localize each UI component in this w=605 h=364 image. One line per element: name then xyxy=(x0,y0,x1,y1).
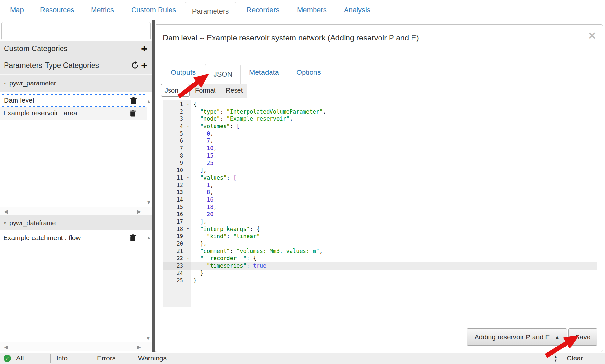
editor-line[interactable]: 12 1, xyxy=(163,182,597,189)
fold-arrow-icon[interactable]: ▾ xyxy=(187,123,189,130)
nav-tab-map[interactable]: Map xyxy=(10,0,24,20)
tab-options[interactable]: Options xyxy=(296,68,321,77)
gutter-cell[interactable]: 15 xyxy=(163,204,191,211)
editor-line[interactable]: 22▾ "__recorder__": { xyxy=(163,255,597,262)
delete-icon[interactable] xyxy=(130,97,137,105)
editor-line[interactable]: 9 25 xyxy=(163,160,597,167)
filter-all[interactable]: All xyxy=(16,354,24,362)
tab-outputs[interactable]: Outputs xyxy=(171,68,196,77)
gutter-cell[interactable]: 5 xyxy=(163,130,191,138)
nav-tab-metrics[interactable]: Metrics xyxy=(91,0,114,20)
editor-line[interactable]: 11▾ "values": [ xyxy=(163,174,597,182)
close-icon[interactable]: ✕ xyxy=(588,31,596,41)
gutter-cell[interactable]: 12 xyxy=(163,182,191,189)
filter-info[interactable]: Info xyxy=(56,354,68,362)
editor-line[interactable]: 16 20 xyxy=(163,211,597,218)
delete-icon[interactable] xyxy=(129,110,136,117)
editor-line[interactable]: 1▾{ xyxy=(163,101,597,108)
scroll-up-icon[interactable]: ▲ xyxy=(146,99,151,104)
json-code-editor[interactable]: 1▾{2 "type": "InterpolatedVolumeParamete… xyxy=(163,100,597,307)
collapse-icon[interactable]: ▾ xyxy=(4,221,6,226)
scroll-left-icon[interactable]: ◀ xyxy=(4,345,8,350)
editor-line[interactable]: 2 "type": "InterpolatedVolumeParameter", xyxy=(163,108,597,116)
search-input[interactable] xyxy=(1,22,151,40)
nav-tab-members[interactable]: Members xyxy=(297,0,327,20)
scroll-right-icon[interactable]: ▶ xyxy=(137,345,141,350)
editor-line[interactable]: 15 18, xyxy=(163,204,597,211)
gutter-cell[interactable]: 21 xyxy=(163,248,191,255)
scroll-right-icon[interactable]: ▶ xyxy=(137,209,141,214)
gutter-cell[interactable]: 8 xyxy=(163,152,191,160)
add-parameter-type-icon[interactable]: + xyxy=(141,60,148,71)
filter-warnings[interactable]: Warnings xyxy=(138,354,167,362)
gutter-cell[interactable]: 10 xyxy=(163,167,191,174)
scroll-down-icon[interactable]: ▼ xyxy=(146,336,151,341)
editor-line[interactable]: 10 ], xyxy=(163,167,597,174)
reset-button[interactable]: Reset xyxy=(226,87,243,94)
editor-line[interactable]: 5 0, xyxy=(163,130,597,138)
gutter-cell[interactable]: 25 xyxy=(163,277,191,284)
editor-line[interactable]: 13 8, xyxy=(163,189,597,196)
editor-line[interactable]: 4▾ "volumes": [ xyxy=(163,123,597,130)
add-custom-category-icon[interactable]: + xyxy=(141,43,148,54)
pywr-parameter-group[interactable]: ▾ pywr_parameter xyxy=(0,75,152,91)
save-button[interactable]: Save xyxy=(568,328,597,346)
nav-tab-parameters-active[interactable]: Parameters xyxy=(185,2,236,20)
gutter-cell[interactable]: 18▾ xyxy=(163,226,191,233)
gutter-cell[interactable]: 23 xyxy=(163,262,191,270)
scroll-left-icon[interactable]: ◀ xyxy=(4,209,8,214)
delete-icon[interactable] xyxy=(129,234,136,242)
fold-arrow-icon[interactable]: ▾ xyxy=(187,255,189,262)
horizontal-scrollbar[interactable]: ◀ ▶ xyxy=(0,207,152,215)
nav-tab-resources[interactable]: Resources xyxy=(40,0,74,20)
collapse-icon[interactable]: ▾ xyxy=(4,81,6,85)
editor-line[interactable]: 25} xyxy=(163,277,597,284)
list-item-dam-level-selected[interactable]: Dam level xyxy=(1,94,146,107)
gutter-cell[interactable]: 6 xyxy=(163,137,191,145)
gutter-cell[interactable]: 7 xyxy=(163,145,191,152)
gutter-cell[interactable]: 1▾ xyxy=(163,101,191,108)
gutter-cell[interactable]: 9 xyxy=(163,160,191,167)
gutter-cell[interactable]: 3 xyxy=(163,115,191,123)
gutter-cell[interactable]: 19 xyxy=(163,233,191,240)
list-item-example-reservoir-area[interactable]: Example reservoir : area xyxy=(0,107,147,120)
horizontal-scrollbar[interactable]: ◀ ▶ xyxy=(0,342,152,351)
editor-line[interactable]: 6 7, xyxy=(163,137,597,145)
gutter-cell[interactable]: 2 xyxy=(163,108,191,116)
format-button[interactable]: Format xyxy=(195,87,215,94)
gutter-cell[interactable]: 20 xyxy=(163,240,191,248)
json-mode-select[interactable]: Json ▾ xyxy=(161,84,190,97)
editor-line[interactable]: 18▾ "interp_kwargs": { xyxy=(163,226,597,233)
gutter-cell[interactable]: 13 xyxy=(163,189,191,196)
nav-tab-recorders[interactable]: Recorders xyxy=(247,0,279,20)
editor-line[interactable]: 8 15, xyxy=(163,152,597,160)
editor-line[interactable]: 19 "kind": "linear" xyxy=(163,233,597,240)
fold-arrow-icon[interactable]: ▾ xyxy=(187,226,189,233)
editor-line[interactable]: 17 ], xyxy=(163,218,597,226)
gutter-cell[interactable]: 22▾ xyxy=(163,255,191,262)
scroll-up-icon[interactable]: ▲ xyxy=(146,235,151,240)
gutter-cell[interactable]: 4▾ xyxy=(163,123,191,130)
editor-line[interactable]: 14 16, xyxy=(163,196,597,204)
editor-line[interactable]: 7 10, xyxy=(163,145,597,152)
refresh-icon[interactable] xyxy=(131,61,139,70)
filter-errors[interactable]: Errors xyxy=(97,354,116,362)
editor-line[interactable]: 23 "timeseries": true xyxy=(163,262,597,270)
gutter-cell[interactable]: 24 xyxy=(163,270,191,277)
gutter-cell[interactable]: 11▾ xyxy=(163,174,191,182)
pywr-dataframe-group[interactable]: ▾ pywr_dataframe xyxy=(0,215,152,230)
fold-arrow-icon[interactable]: ▾ xyxy=(187,174,189,182)
list-item-example-catchment-flow[interactable]: Example catchment : flow xyxy=(0,232,147,245)
scroll-down-icon[interactable]: ▼ xyxy=(146,200,151,205)
nav-tab-analysis[interactable]: Analysis xyxy=(344,0,370,20)
fold-arrow-icon[interactable]: ▾ xyxy=(187,101,189,108)
gutter-cell[interactable]: 14 xyxy=(163,196,191,204)
tab-metadata[interactable]: Metadata xyxy=(249,68,279,77)
sort-updown-icon[interactable]: ▲▼ xyxy=(554,354,557,362)
nav-tab-custom-rules[interactable]: Custom Rules xyxy=(131,0,176,20)
editor-line[interactable]: 21 "comment": "volumes: Mm3, values: m", xyxy=(163,248,597,255)
editor-line[interactable]: 24 } xyxy=(163,270,597,277)
editor-line[interactable]: 3 "node": "Example reservoir", xyxy=(163,115,597,123)
editor-line[interactable]: 20 }, xyxy=(163,240,597,248)
panel-splitter[interactable] xyxy=(152,20,155,352)
